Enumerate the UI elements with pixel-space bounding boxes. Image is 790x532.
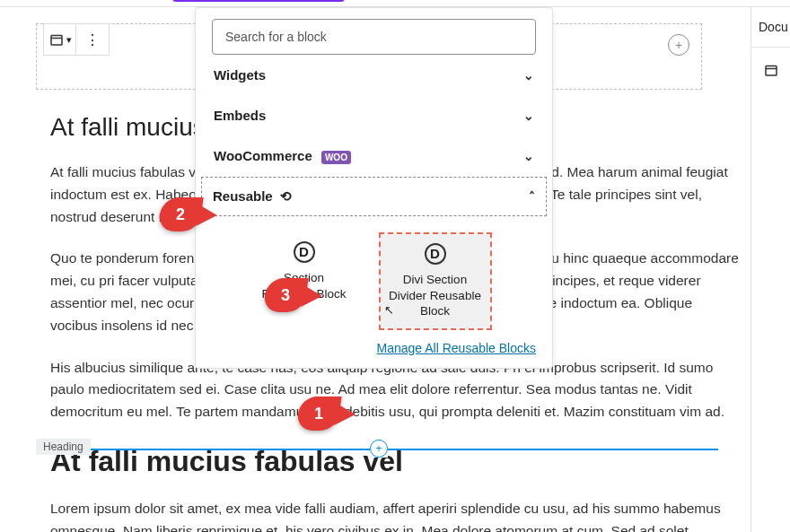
- chevron-down-icon: ▾: [66, 34, 72, 46]
- block-options-button[interactable]: ⋮: [76, 23, 109, 56]
- editor-sidebar: Docu: [750, 7, 790, 532]
- category-label: Widgets: [214, 67, 266, 83]
- category-embeds[interactable]: Embeds ⌄: [212, 95, 536, 135]
- add-block-button-top[interactable]: +: [668, 34, 689, 56]
- chevron-down-icon: ⌄: [523, 149, 534, 163]
- sidebar-tab-document[interactable]: Docu: [751, 7, 790, 48]
- cursor-pointer-icon: ↖: [384, 303, 394, 317]
- plus-icon: +: [668, 34, 689, 56]
- purple-accent-bar: [172, 0, 345, 2]
- heading-block-wrapper: Heading + At falli mucius fabulas vel: [36, 445, 754, 478]
- block-item-label: Divi Section Divider Reusable Block: [384, 272, 487, 319]
- divi-icon: D: [294, 241, 315, 263]
- divi-icon: D: [425, 243, 446, 265]
- category-woocommerce[interactable]: WooCommerce WOO ⌄: [212, 135, 536, 177]
- block-inserter-popover: Search for a block Widgets ⌄ Embeds ⌄ Wo…: [195, 7, 553, 369]
- chevron-up-icon: ˄: [529, 189, 535, 204]
- woo-badge: WOO: [321, 151, 351, 164]
- plus-icon: +: [370, 440, 388, 458]
- block-item-divider[interactable]: D Divi Section Divider Reusable Block: [379, 232, 492, 330]
- category-widgets[interactable]: Widgets ⌄: [212, 55, 536, 95]
- reusable-icon: ⟲: [280, 188, 292, 204]
- block-search-input[interactable]: Search for a block: [212, 19, 536, 55]
- top-bar: [0, 0, 790, 7]
- block-toolbar: ▾ ⋮: [43, 23, 110, 56]
- svg-rect-1: [766, 66, 777, 76]
- paragraph-block[interactable]: Lorem ipsum dolor sit amet, ex mea vide …: [50, 498, 740, 532]
- block-label-heading: Heading: [36, 439, 91, 455]
- sidebar-calendar-icon[interactable]: [751, 48, 790, 92]
- reusable-block-grid: D Section Reusable Block D Divi Section …: [212, 216, 536, 337]
- ellipsis-icon: ⋮: [85, 31, 100, 48]
- chevron-down-icon: ⌄: [523, 109, 534, 123]
- svg-rect-0: [51, 36, 62, 46]
- category-label: Reusable⟲: [213, 188, 292, 205]
- insertion-plus-button[interactable]: +: [370, 440, 388, 458]
- manage-reusable-link[interactable]: Manage All Reusable Blocks: [196, 337, 552, 359]
- chevron-down-icon: ⌄: [523, 68, 534, 83]
- category-label: WooCommerce WOO: [214, 148, 351, 164]
- calendar-icon: [48, 31, 65, 48]
- block-type-button[interactable]: ▾: [44, 23, 76, 56]
- category-label: Embeds: [214, 108, 266, 123]
- search-placeholder: Search for a block: [225, 30, 327, 44]
- category-reusable[interactable]: Reusable⟲ ˄: [201, 177, 547, 216]
